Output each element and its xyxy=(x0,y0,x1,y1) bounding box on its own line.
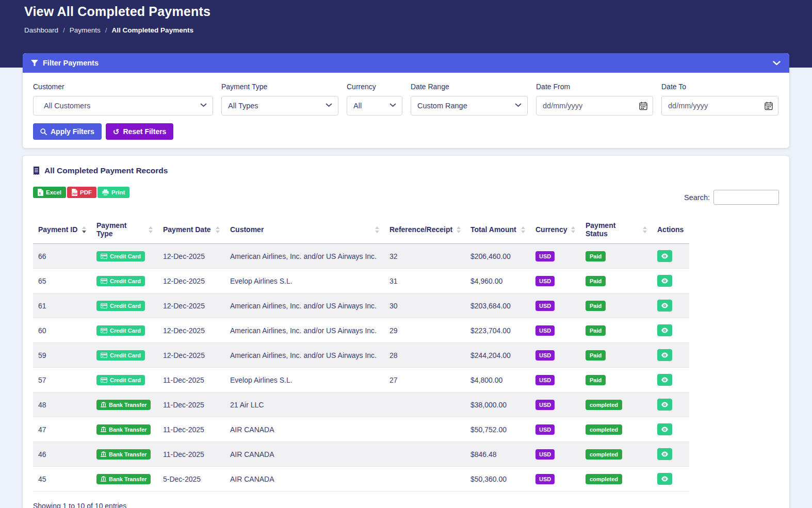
total-amount-cell: $223,704.00 xyxy=(465,318,530,343)
currency-badge: USD xyxy=(535,375,555,385)
sort-arrows-icon[interactable] xyxy=(216,226,220,233)
sort-arrows-icon[interactable] xyxy=(149,226,153,233)
undo-icon: ↺ xyxy=(113,128,120,136)
table-row: 48Bank Transfer11-Dec-202521 Air LLC$38,… xyxy=(33,392,689,417)
view-payment-button[interactable] xyxy=(657,423,672,435)
view-payment-button[interactable] xyxy=(657,300,672,312)
payment-status-cell: completed xyxy=(580,467,652,491)
payment-id-cell: 45 xyxy=(33,467,91,491)
total-amount-cell: $38,000.00 xyxy=(465,392,530,417)
table-header-row: Payment IDPayment TypePayment DateCustom… xyxy=(33,216,689,244)
actions-cell xyxy=(652,417,689,442)
date-to-input[interactable] xyxy=(662,96,778,115)
filter-field-payment-type: Payment Type All Types xyxy=(221,83,338,116)
search-input[interactable] xyxy=(713,190,779,205)
payment-type-cell: Credit Card xyxy=(91,244,158,269)
total-amount-cell: $203,684.00 xyxy=(465,293,530,318)
column-header-reference-receipt[interactable]: Reference/Receipt xyxy=(384,216,465,244)
filter-field-currency: Currency All xyxy=(347,83,402,116)
breadcrumb-item-payments[interactable]: Payments xyxy=(70,26,101,34)
sort-arrows-icon[interactable] xyxy=(375,226,379,233)
eye-icon xyxy=(661,253,669,259)
date-to-label: Date To xyxy=(661,83,778,91)
currency-label: Currency xyxy=(347,83,402,91)
view-payment-button[interactable] xyxy=(657,250,672,262)
customer-cell: AIR CANADA xyxy=(225,467,384,491)
view-payment-button[interactable] xyxy=(657,374,672,386)
export-excel-button[interactable]: x Excel xyxy=(33,187,66,198)
column-header-currency[interactable]: Currency xyxy=(530,216,580,244)
currency-select[interactable]: All xyxy=(347,96,402,116)
reset-filters-button[interactable]: ↺ Reset Filters xyxy=(106,123,174,140)
apply-filters-button[interactable]: Apply Filters xyxy=(33,123,102,140)
currency-badge: USD xyxy=(535,325,555,336)
excel-file-icon: x xyxy=(38,189,43,196)
total-amount-cell: $50,360.00 xyxy=(465,467,530,491)
payment-type-cell: Credit Card xyxy=(91,293,158,318)
actions-cell xyxy=(652,293,689,318)
payment-date-cell: 12-Dec-2025 xyxy=(158,343,225,368)
bank-icon xyxy=(101,476,106,482)
reference-cell: 28 xyxy=(384,343,465,368)
payment-type-badge: Credit Card xyxy=(96,251,145,261)
currency-cell: USD xyxy=(530,467,580,491)
payment-type-badge: Bank Transfer xyxy=(96,449,151,460)
date-range-select[interactable]: Custom Range xyxy=(411,96,528,116)
payments-table: Payment IDPayment TypePayment DateCustom… xyxy=(33,216,689,491)
view-payment-button[interactable] xyxy=(657,324,672,336)
customer-select[interactable]: All Customers xyxy=(33,96,213,116)
column-header-payment-id[interactable]: Payment ID xyxy=(33,216,91,244)
chevron-down-icon[interactable] xyxy=(773,61,781,65)
currency-cell: USD xyxy=(530,244,580,269)
currency-cell: USD xyxy=(530,442,580,467)
total-amount-cell: $50,752.00 xyxy=(465,417,530,442)
view-payment-button[interactable] xyxy=(657,275,672,287)
credit-card-icon xyxy=(101,353,107,358)
sort-arrows-icon[interactable] xyxy=(643,226,647,233)
sort-arrows-icon[interactable] xyxy=(82,226,86,233)
payment-status-badge: completed xyxy=(586,449,622,460)
currency-badge: USD xyxy=(535,301,555,311)
sort-arrows-icon[interactable] xyxy=(571,226,575,233)
payment-date-cell: 12-Dec-2025 xyxy=(158,269,225,293)
payment-type-cell: Bank Transfer xyxy=(91,392,158,417)
view-payment-button[interactable] xyxy=(657,349,672,361)
filter-header[interactable]: Filter Payments xyxy=(23,53,789,73)
payment-id-cell: 65 xyxy=(33,269,91,293)
sort-arrows-icon[interactable] xyxy=(457,226,461,233)
bank-icon xyxy=(101,427,106,432)
bank-icon xyxy=(101,451,106,457)
date-from-input[interactable] xyxy=(537,96,653,115)
export-pdf-button[interactable]: PDF PDF xyxy=(67,187,96,198)
credit-card-icon xyxy=(101,328,107,333)
filter-field-date-to: Date To xyxy=(661,83,778,116)
view-payment-button[interactable] xyxy=(657,448,672,460)
currency-cell: USD xyxy=(530,269,580,293)
date-range-label: Date Range xyxy=(411,83,528,91)
filter-field-date-range: Date Range Custom Range xyxy=(411,83,528,116)
search-area: Search: xyxy=(684,190,779,205)
column-header-total-amount[interactable]: Total Amount xyxy=(465,216,530,244)
view-payment-button[interactable] xyxy=(657,473,672,485)
eye-icon xyxy=(661,352,669,358)
reference-cell: 29 xyxy=(384,318,465,343)
currency-badge: USD xyxy=(535,424,555,435)
payment-type-badge: Credit Card xyxy=(96,375,145,385)
payment-type-select[interactable]: All Types xyxy=(221,96,338,116)
export-print-button[interactable]: Print xyxy=(98,187,129,198)
view-payment-button[interactable] xyxy=(657,399,672,411)
actions-cell xyxy=(652,368,689,392)
breadcrumb-item-dashboard[interactable]: Dashboard xyxy=(24,26,58,34)
payment-status-cell: Paid xyxy=(580,368,652,392)
payment-date-cell: 11-Dec-2025 xyxy=(158,417,225,442)
column-header-payment-date[interactable]: Payment Date xyxy=(158,216,225,244)
column-header-payment-status[interactable]: Payment Status xyxy=(580,216,652,244)
reference-cell: 31 xyxy=(384,269,465,293)
chevron-down-icon xyxy=(200,103,207,107)
table-row: 61Credit Card12-Dec-2025American Airline… xyxy=(33,293,689,318)
filter-body: Customer All Customers Payment Type All … xyxy=(23,73,789,148)
column-header-customer[interactable]: Customer xyxy=(225,216,384,244)
column-header-payment-type[interactable]: Payment Type xyxy=(91,216,158,244)
sort-arrows-icon[interactable] xyxy=(521,226,525,233)
payment-date-cell: 12-Dec-2025 xyxy=(158,318,225,343)
